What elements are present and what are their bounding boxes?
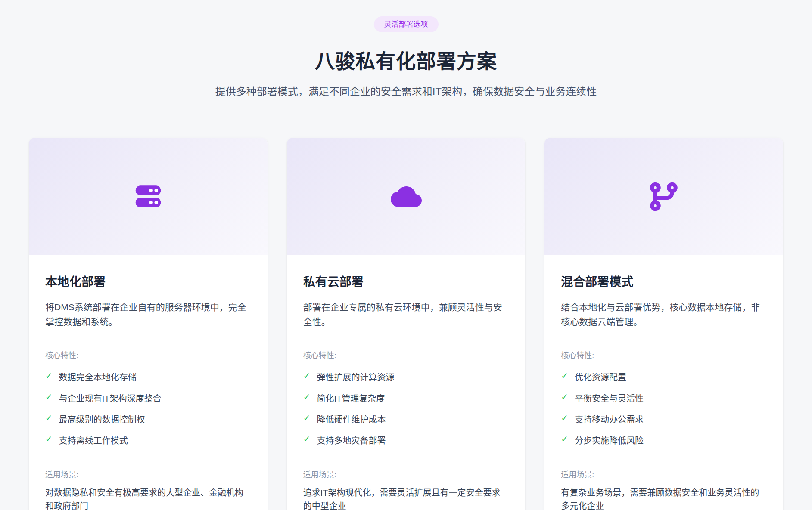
- feature-item: ✓ 支持离线工作模式: [45, 434, 251, 446]
- card-body: 混合部署模式 结合本地化与云部署优势，核心数据本地存储，非核心数据云端管理。 核…: [544, 255, 783, 510]
- scenario-block: 适用场景: 追求IT架构现代化，需要灵活扩展且有一定安全要求的中型企业: [303, 455, 509, 510]
- card-title: 私有云部署: [303, 272, 509, 290]
- card-local-deployment: 本地化部署 将DMS系统部署在企业自有的服务器环境中，完全掌控数据和系统。 核心…: [29, 138, 268, 510]
- feature-text: 数据完全本地化存储: [59, 371, 137, 383]
- check-icon: ✓: [561, 434, 568, 444]
- scenario-text: 对数据隐私和安全有极高要求的大型企业、金融机构和政府部门: [45, 486, 251, 510]
- feature-item: ✓ 分步实施降低风险: [561, 434, 767, 446]
- check-icon: ✓: [561, 413, 568, 423]
- cloud-icon: [389, 181, 424, 212]
- card-hero-hybrid: [544, 138, 783, 255]
- card-hero-cloud: [287, 138, 526, 255]
- feature-item: ✓ 与企业现有IT架构深度整合: [45, 392, 251, 404]
- section-header: 灵活部署选项 八骏私有化部署方案 提供多种部署模式，满足不同企业的安全需求和IT…: [0, 16, 812, 98]
- features-list: ✓ 弹性扩展的计算资源 ✓ 简化IT管理复杂度 ✓ 降低硬件维护成本 ✓ 支持多…: [303, 371, 509, 455]
- card-description: 结合本地化与云部署优势，核心数据本地存储，非核心数据云端管理。: [561, 300, 767, 329]
- card-body: 本地化部署 将DMS系统部署在企业自有的服务器环境中，完全掌控数据和系统。 核心…: [29, 255, 268, 510]
- feature-item: ✓ 降低硬件维护成本: [303, 413, 509, 425]
- feature-text: 与企业现有IT架构深度整合: [59, 392, 162, 404]
- check-icon: ✓: [303, 413, 311, 423]
- scenario-block: 适用场景: 有复杂业务场景，需要兼顾数据安全和业务灵活性的多元化企业: [561, 455, 767, 510]
- page-title: 八骏私有化部署方案: [0, 45, 812, 74]
- feature-text: 优化资源配置: [575, 371, 626, 383]
- card-description: 部署在企业专属的私有云环境中，兼顾灵活性与安全性。: [303, 300, 509, 329]
- feature-text: 平衡安全与灵活性: [575, 392, 644, 404]
- feature-item: ✓ 弹性扩展的计算资源: [303, 371, 509, 383]
- features-label: 核心特性:: [45, 349, 251, 360]
- card-title: 混合部署模式: [561, 272, 767, 290]
- features-list: ✓ 优化资源配置 ✓ 平衡安全与灵活性 ✓ 支持移动办公需求 ✓ 分步实施降低风…: [561, 371, 767, 455]
- scenario-label: 适用场景:: [45, 468, 251, 479]
- features-list: ✓ 数据完全本地化存储 ✓ 与企业现有IT架构深度整合 ✓ 最高级别的数据控制权…: [45, 371, 251, 455]
- feature-text: 最高级别的数据控制权: [59, 413, 145, 425]
- scenario-label: 适用场景:: [303, 468, 509, 479]
- deployment-section: 灵活部署选项 八骏私有化部署方案 提供多种部署模式，满足不同企业的安全需求和IT…: [0, 0, 812, 510]
- feature-item: ✓ 简化IT管理复杂度: [303, 392, 509, 404]
- card-title: 本地化部署: [45, 272, 251, 290]
- feature-item: ✓ 支持多地灾备部署: [303, 434, 509, 446]
- check-icon: ✓: [303, 392, 311, 402]
- cards-row: 本地化部署 将DMS系统部署在企业自有的服务器环境中，完全掌控数据和系统。 核心…: [0, 138, 812, 510]
- server-icon: [133, 181, 164, 212]
- features-label: 核心特性:: [303, 349, 509, 360]
- scenario-text: 有复杂业务场景，需要兼顾数据安全和业务灵活性的多元化企业: [561, 486, 767, 510]
- card-hero-local: [29, 138, 268, 255]
- check-icon: ✓: [45, 413, 53, 423]
- scenario-label: 适用场景:: [561, 468, 767, 479]
- feature-text: 降低硬件维护成本: [317, 413, 386, 425]
- check-icon: ✓: [303, 434, 311, 444]
- check-icon: ✓: [45, 392, 53, 402]
- feature-item: ✓ 支持移动办公需求: [561, 413, 767, 425]
- features-label: 核心特性:: [561, 349, 767, 360]
- feature-text: 支持多地灾备部署: [317, 434, 386, 446]
- check-icon: ✓: [45, 434, 53, 444]
- check-icon: ✓: [303, 371, 311, 381]
- page-subtitle: 提供多种部署模式，满足不同企业的安全需求和IT架构，确保数据安全与业务连续性: [0, 83, 812, 98]
- feature-item: ✓ 数据完全本地化存储: [45, 371, 251, 383]
- check-icon: ✓: [561, 371, 568, 381]
- feature-text: 简化IT管理复杂度: [317, 392, 385, 404]
- card-hybrid-deployment: 混合部署模式 结合本地化与云部署优势，核心数据本地存储，非核心数据云端管理。 核…: [544, 138, 783, 510]
- check-icon: ✓: [45, 371, 53, 381]
- git-branch-icon: [648, 181, 679, 212]
- feature-item: ✓ 最高级别的数据控制权: [45, 413, 251, 425]
- card-body: 私有云部署 部署在企业专属的私有云环境中，兼顾灵活性与安全性。 核心特性: ✓ …: [287, 255, 526, 510]
- feature-item: ✓ 优化资源配置: [561, 371, 767, 383]
- check-icon: ✓: [561, 392, 568, 402]
- scenario-block: 适用场景: 对数据隐私和安全有极高要求的大型企业、金融机构和政府部门: [45, 455, 251, 510]
- feature-text: 分步实施降低风险: [575, 434, 644, 446]
- scenario-text: 追求IT架构现代化，需要灵活扩展且有一定安全要求的中型企业: [303, 486, 509, 510]
- section-badge: 灵活部署选项: [374, 16, 439, 32]
- card-private-cloud: 私有云部署 部署在企业专属的私有云环境中，兼顾灵活性与安全性。 核心特性: ✓ …: [287, 138, 526, 510]
- feature-text: 支持离线工作模式: [59, 434, 128, 446]
- feature-text: 支持移动办公需求: [575, 413, 644, 425]
- feature-text: 弹性扩展的计算资源: [317, 371, 394, 383]
- card-description: 将DMS系统部署在企业自有的服务器环境中，完全掌控数据和系统。: [45, 300, 251, 329]
- feature-item: ✓ 平衡安全与灵活性: [561, 392, 767, 404]
